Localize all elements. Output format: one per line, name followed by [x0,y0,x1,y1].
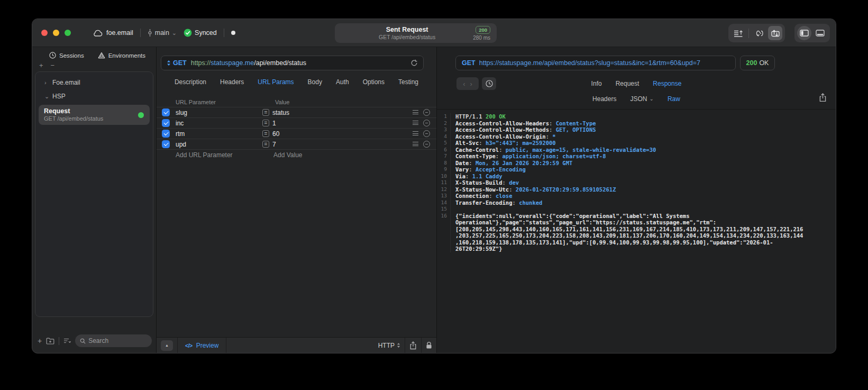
toggle-sidebar-button[interactable] [797,26,811,40]
code-token: chunked [519,199,542,206]
remove-param-icon[interactable] [423,109,430,116]
minimize-button[interactable] [53,30,59,36]
param-name[interactable]: inc [176,120,262,127]
tab-auth[interactable]: Auth [336,78,349,86]
drag-handle-icon[interactable] [413,131,418,136]
param-checkbox[interactable] [162,119,170,127]
tree-item-hsp[interactable]: ⌄ HSP [35,89,153,103]
tree-item-foe-email[interactable]: › Foe.email [35,76,153,89]
param-value[interactable]: =status [262,109,407,116]
sync-status[interactable]: Synced [184,29,217,37]
code-token: Access-Control-Allow-Methods [455,126,549,133]
response-url-bar[interactable]: GET https://statuspage.me/api/embed/stat… [455,56,736,70]
param-value[interactable]: =7 [262,141,407,148]
remove-param-icon[interactable] [423,120,430,126]
remove-param-icon[interactable] [423,130,430,137]
back-button[interactable]: ‹ [463,80,465,88]
code-token: Content-Type [455,153,496,159]
request-item-selected[interactable]: Request GET /api/embed/status [39,105,150,125]
new-folder-button[interactable] [46,338,54,344]
tab-body[interactable]: Body [308,78,322,86]
history-button[interactable] [482,77,496,90]
add-request-button[interactable]: + [38,337,42,344]
request-url-bar[interactable]: GET https://statuspage.me/api/embed/stat… [161,56,424,70]
response-subtab-raw[interactable]: Raw [668,95,680,103]
code-token: : [546,133,553,140]
project-switcher[interactable]: foe.email main ⌄ Synced [93,29,235,37]
branch-switcher[interactable]: main ⌄ [148,29,177,37]
import-button[interactable] [731,26,745,40]
param-name[interactable]: slug [176,109,262,116]
session-list-controls: + − [32,59,156,69]
code-line: 6Cache-Control: public, max-age=15, stal… [437,147,836,153]
add-url-parameter-button[interactable]: Add URL Parameter [176,151,262,159]
drag-handle-icon[interactable] [413,110,418,115]
tree-item-label: HSP [52,93,66,100]
preview-button[interactable]: </> Preview [182,342,222,349]
list-filter-icon [63,338,71,343]
line-number: 3 [437,126,450,133]
toggle-bottom-panel-button[interactable] [813,26,827,40]
param-checkbox[interactable] [162,108,170,116]
search-input[interactable] [88,337,147,344]
tab-environments[interactable]: Environments [98,52,145,59]
code-line: 16{"incidents":null,"overall":{"code":"o… [437,213,836,252]
code-token: : [496,153,502,159]
response-subtab-headers[interactable]: Headers [592,95,616,103]
sync-loop-button[interactable] [752,26,766,40]
method-dropdown-icon[interactable] [167,60,171,66]
reload-button[interactable] [410,59,418,67]
drag-handle-icon[interactable] [413,142,418,147]
tab-options[interactable]: Options [363,78,385,86]
line-number: 16 [437,213,450,252]
code-token: Access-Control-Allow-Headers [455,120,549,126]
tab-headers[interactable]: Headers [220,78,244,86]
line-text: HTTP/1.1 200 OK [450,113,836,120]
duration-label: 280 ms [473,35,490,41]
tab-testing[interactable]: Testing [398,78,418,86]
tab-sessions[interactable]: Sessions [49,52,84,59]
param-checkbox[interactable] [162,140,170,148]
code-token: : [499,147,506,153]
code-token: : [509,186,516,193]
tab-label: URL Params [258,78,294,86]
protocol-select[interactable]: HTTP [378,342,400,349]
code-token: public, max-age=15, stale-while-revalida… [506,147,656,153]
export-response-button[interactable] [819,93,827,102]
param-checkbox[interactable] [162,130,170,138]
remove-param-icon[interactable] [423,141,430,148]
send-receive-button[interactable] [768,26,782,40]
sent-request-pill[interactable]: Sent Request GET /api/embed/status 200 2… [335,23,497,43]
share-icon [819,93,827,102]
response-code[interactable]: 1HTTP/1.1 200 OK2Access-Control-Allow-He… [437,110,836,353]
search-field[interactable] [75,334,152,347]
line-text: Access-Control-Allow-Headers: Content-Ty… [450,120,836,127]
share-button[interactable] [409,341,417,350]
equals-icon: = [262,120,269,126]
response-tab-request[interactable]: Request [616,80,639,87]
remove-button[interactable]: − [51,62,55,69]
params-table: URL Parameter Value slug=statusinc=1rtm=… [157,97,436,160]
param-value[interactable]: =60 [262,130,407,138]
param-name[interactable]: upd [176,141,262,148]
code-token: HTTP/1.1 [455,113,486,120]
tab-url-params[interactable]: URL Params [258,78,294,86]
sort-filter-button[interactable] [63,338,71,343]
code-token: : [502,179,509,186]
param-value[interactable]: =1 [262,120,407,127]
add-value-button[interactable]: Add Value [262,151,407,159]
zoom-button[interactable] [65,30,71,36]
divider [226,338,226,353]
response-tab-response[interactable]: Response [653,80,681,87]
drag-handle-icon[interactable] [413,121,418,125]
response-tab-info[interactable]: Info [591,80,602,87]
tab-label: Auth [336,78,349,86]
method-label[interactable]: GET [173,59,187,67]
response-subtab-json[interactable]: JSON⌄ [630,95,653,103]
collapse-panel-button[interactable]: ▲ [161,340,173,351]
close-button[interactable] [41,30,48,36]
add-button[interactable]: + [39,62,43,69]
param-name[interactable]: rtm [176,130,262,138]
forward-button[interactable]: › [470,80,472,88]
tab-description[interactable]: Description [175,78,206,86]
